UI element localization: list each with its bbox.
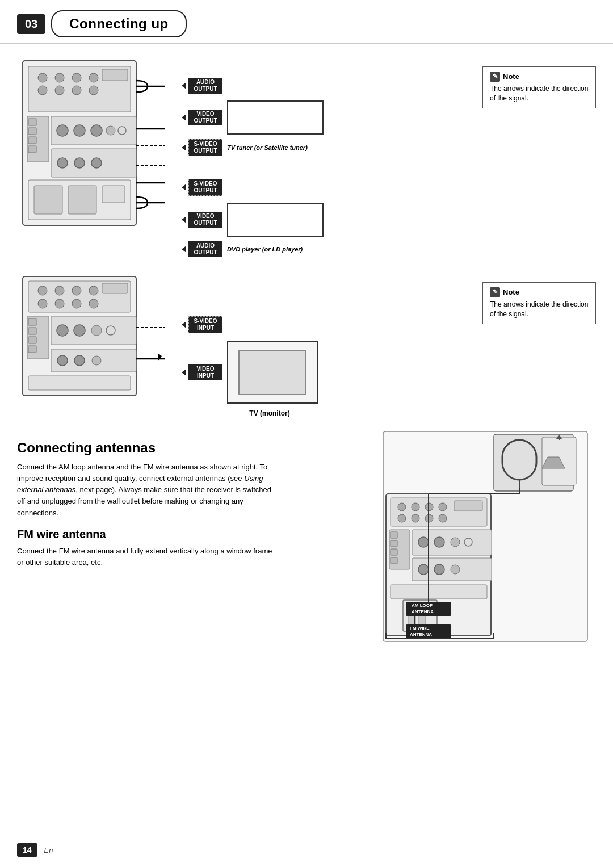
svg-point-78 [439, 503, 447, 511]
receiver-device-1 [17, 55, 165, 233]
svg-point-95 [418, 564, 429, 575]
svg-point-8 [72, 86, 81, 95]
svideo-input-label: S-VIDEOINPUT [182, 316, 318, 333]
svg-point-79 [398, 514, 406, 522]
svg-rect-50 [28, 337, 36, 343]
svg-point-19 [91, 125, 102, 136]
svg-point-23 [57, 158, 68, 168]
svg-text:FM WIRE: FM WIRE [410, 626, 430, 631]
note-text-1: The arrows indicate the direction of the… [490, 84, 589, 103]
dvd-player-box [227, 203, 324, 237]
svg-point-55 [91, 325, 102, 336]
svg-point-42 [38, 299, 47, 308]
fm-wire-antenna-heading: FM wire antenna [17, 528, 363, 541]
audio-output-label-2: AUDIOOUTPUT DVD player (or LD player) [182, 241, 324, 257]
audio-output-label-1: AUDIOOUTPUT [182, 78, 324, 94]
svg-marker-64 [158, 353, 162, 362]
svg-point-9 [89, 86, 98, 95]
tv-monitor-box [227, 341, 318, 404]
video-input-box: VIDEOINPUT [188, 364, 222, 380]
svg-rect-61 [28, 376, 131, 390]
labels-devices-col-2: S-VIDEOINPUT VIDEOINPUT TV (monitor) [182, 271, 318, 417]
arrow-icon [182, 246, 186, 253]
italic-phrase: Using external antennas [17, 474, 263, 494]
svg-rect-27 [34, 186, 62, 214]
note-icon-1: ✎ [490, 72, 500, 82]
tv-screen [238, 350, 306, 395]
svg-rect-14 [28, 137, 36, 144]
svg-point-91 [434, 537, 444, 547]
dvd-player-label: DVD player (or LD player) [227, 246, 303, 253]
svideo-input-box: S-VIDEOINPUT [188, 316, 222, 333]
svg-point-18 [74, 125, 85, 136]
svg-point-96 [434, 564, 444, 575]
svg-rect-29 [102, 186, 125, 203]
svg-rect-48 [28, 318, 36, 325]
svg-rect-13 [28, 128, 36, 135]
svg-point-43 [55, 299, 64, 308]
arrow-icon [182, 321, 186, 328]
note-text-2: The arrows indicate the direction of the… [490, 300, 589, 319]
fm-wire-antenna-body: Connect the FM wire antenna and fully ex… [17, 546, 278, 568]
svideo-output-box-2: S-VIDEOOUTPUT [188, 179, 222, 196]
page-header: 03 Connecting up [0, 0, 613, 44]
svg-point-5 [89, 73, 98, 82]
tv-monitor-label: TV (monitor) [221, 409, 318, 417]
svg-rect-10 [102, 69, 128, 81]
svg-text:ANTENNA: ANTENNA [410, 632, 432, 637]
note-2: ✎ Note The arrows indicate the direction… [482, 282, 596, 324]
arrow-icon [182, 216, 186, 223]
svg-rect-88 [391, 557, 397, 564]
svg-point-90 [418, 537, 429, 547]
audio-output-box-1: AUDIOOUTPUT [188, 78, 222, 94]
svg-rect-98 [391, 585, 487, 599]
diagrams-area: AUDIOOUTPUT VIDEOOUTPUT S-VIDEOOUTPUT TV… [17, 55, 596, 417]
note-title-1: ✎ Note [490, 72, 589, 82]
diagram-2: S-VIDEOINPUT VIDEOINPUT TV (monitor) [17, 271, 596, 417]
svg-point-60 [92, 356, 101, 365]
arrow-icon [182, 82, 186, 89]
arrow-icon [182, 184, 186, 191]
svg-point-80 [412, 514, 419, 522]
video-output-row-1: VIDEOOUTPUT [182, 100, 324, 135]
svg-point-39 [55, 286, 64, 295]
svg-point-7 [55, 86, 64, 95]
arrow-icon [182, 369, 186, 376]
svg-point-75 [398, 503, 406, 511]
svg-rect-86 [391, 540, 397, 547]
tv-tuner-label: TV tuner (or Satellite tuner) [227, 144, 308, 151]
svg-rect-87 [391, 549, 397, 555]
connecting-antennas-body: Connect the AM loop antenna and the FM w… [17, 462, 278, 519]
diagram-1: AUDIOOUTPUT VIDEOOUTPUT S-VIDEOOUTPUT TV… [17, 55, 596, 259]
svg-point-59 [74, 355, 85, 366]
note-title-2: ✎ Note [490, 287, 589, 297]
chapter-title: Connecting up [51, 10, 186, 37]
svg-point-92 [451, 538, 460, 547]
svg-point-24 [74, 158, 85, 168]
tv-tuner-box [227, 100, 324, 135]
page-number: 14 [17, 843, 37, 857]
arrow-icon [182, 144, 186, 151]
svg-rect-85 [391, 532, 397, 538]
main-content: AUDIOOUTPUT VIDEOOUTPUT S-VIDEOOUTPUT TV… [0, 55, 613, 646]
svg-point-82 [439, 514, 447, 522]
bottom-section: Connecting antennas Connect the AM loop … [17, 429, 596, 646]
video-input-row: VIDEOINPUT [182, 341, 318, 404]
language-label: En [44, 846, 53, 854]
svg-point-41 [89, 286, 98, 295]
svg-point-53 [57, 325, 68, 336]
svg-text:ANTENNA: ANTENNA [412, 609, 434, 614]
svg-point-45 [89, 299, 98, 308]
svg-point-20 [106, 126, 115, 135]
svideo-output-label-1: S-VIDEOOUTPUT TV tuner (or Satellite tun… [182, 139, 324, 156]
svg-rect-49 [28, 328, 36, 334]
svg-rect-46 [102, 283, 128, 293]
bottom-left: Connecting antennas Connect the AM loop … [17, 429, 363, 646]
svg-rect-83 [454, 501, 482, 511]
connecting-antennas-heading: Connecting antennas [17, 440, 363, 456]
svideo-output-label-2: S-VIDEOOUTPUT [182, 179, 324, 196]
svg-text:AM LOOP: AM LOOP [412, 603, 433, 608]
receiver-device-2 [17, 271, 165, 403]
page-footer: 14 En [17, 838, 596, 857]
svg-rect-12 [28, 119, 36, 125]
